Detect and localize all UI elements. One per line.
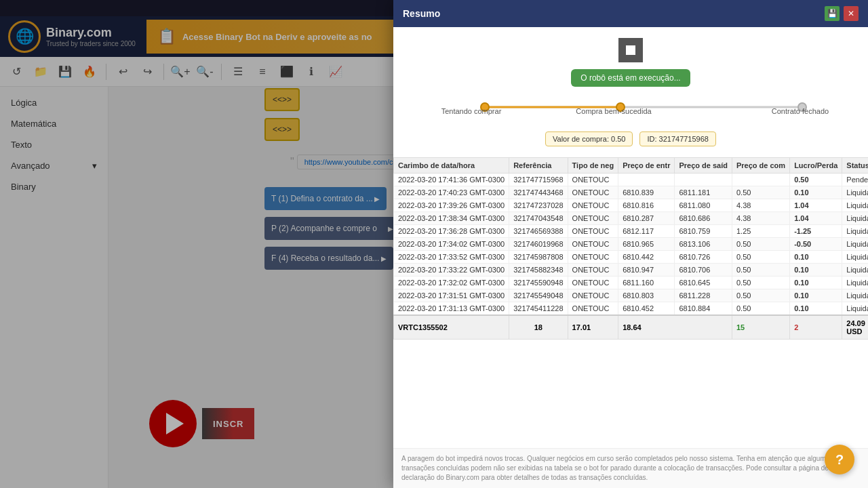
col-ref: Referência xyxy=(509,158,568,174)
info-value-box: Valor de compra: 0.50 xyxy=(545,131,633,146)
table-row: 2022-03-20 17:31:51 GMT-0300321745549048… xyxy=(394,289,869,302)
progress-bar-container: Tentando comprar Compra bem-sucedida Con… xyxy=(407,94,854,121)
summary-account: VRTC1355502 xyxy=(394,315,509,340)
col-exit: Preço de saíd xyxy=(675,158,732,174)
progress-section: O robô está em execução... Tentando comp… xyxy=(393,27,868,157)
table-section: Carimbo de data/hora Referência Tipo de … xyxy=(393,157,868,448)
stop-icon xyxy=(626,45,635,55)
table-row: 2022-03-20 17:31:13 GMT-0300321745411228… xyxy=(394,302,869,316)
table-header-row: Carimbo de data/hora Referência Tipo de … xyxy=(394,158,869,174)
summary-row: VRTC1355502 18 17.01 18.64 15 2 24.09 US… xyxy=(394,315,869,340)
table-row: 2022-03-20 17:36:28 GMT-0300321746569388… xyxy=(394,225,869,238)
modal-close-button[interactable]: ✕ xyxy=(844,6,859,21)
table-row: 2022-03-20 17:40:23 GMT-0300321747443468… xyxy=(394,186,869,199)
col-type: Tipo de neg xyxy=(568,158,618,174)
modal-footer: A paragem do bot impedirá novos trocas. … xyxy=(393,448,868,488)
table-row: 2022-03-20 17:41:36 GMT-0300321747715968… xyxy=(394,174,869,186)
table-row: 2022-03-20 17:33:52 GMT-0300321745987808… xyxy=(394,251,869,264)
summary-total-prize: 18.64 xyxy=(618,315,732,340)
modal-resumo: Resumo 💾 ✕ O robô está em execução... xyxy=(393,0,868,488)
modal-title: Resumo xyxy=(403,8,440,19)
stop-execution-button[interactable] xyxy=(618,38,643,62)
summary-gain: 15 xyxy=(732,315,789,340)
table-row: 2022-03-20 17:39:26 GMT-0300321747237028… xyxy=(394,199,869,212)
summary-balance: 24.09 USD xyxy=(842,315,868,340)
status-text: O robô está em execução... xyxy=(580,73,680,83)
step2-label: Compra bem-sucedida xyxy=(570,107,658,115)
footer-note: A paragem do bot impedirá novos trocas. … xyxy=(401,455,833,481)
col-datetime: Carimbo de data/hora xyxy=(394,158,509,174)
col-entry: Preço de entr xyxy=(618,158,675,174)
table-scroll[interactable]: Carimbo de data/hora Referência Tipo de … xyxy=(393,157,868,448)
table-row: 2022-03-20 17:38:34 GMT-0300321747043548… xyxy=(394,212,869,225)
status-bubble: O robô está em execução... xyxy=(571,69,690,87)
info-id-box: ID: 321747715968 xyxy=(639,131,716,146)
step1-label: Tentando comprar xyxy=(434,107,509,115)
modal-header: Resumo 💾 ✕ xyxy=(393,0,868,27)
summary-loss: 2 xyxy=(790,315,842,340)
help-icon: ? xyxy=(835,452,844,468)
summary-total-bet: 17.01 xyxy=(568,315,618,340)
info-boxes: Valor de compra: 0.50 ID: 321747715968 xyxy=(545,131,716,146)
help-button[interactable]: ? xyxy=(825,445,854,474)
col-status: Status xyxy=(842,158,868,174)
info-value-text: Valor de compra: 0.50 xyxy=(553,135,625,143)
modal-save-button[interactable]: 💾 xyxy=(825,6,840,21)
summary-executions: 18 xyxy=(509,315,568,340)
info-id-text: ID: 321747715968 xyxy=(647,135,709,143)
table-row: 2022-03-20 17:33:22 GMT-0300321745882348… xyxy=(394,264,869,277)
modal-body: O robô está em execução... Tentando comp… xyxy=(393,27,868,488)
table-row: 2022-03-20 17:34:02 GMT-0300321746019968… xyxy=(394,238,869,251)
table-row: 2022-03-20 17:32:02 GMT-0300321745590948… xyxy=(394,277,869,289)
modal-header-buttons: 💾 ✕ xyxy=(825,6,859,21)
trades-table: Carimbo de data/hora Referência Tipo de … xyxy=(393,157,868,340)
step3-label: Contrato fechado xyxy=(760,107,841,115)
col-purchase: Preço de com xyxy=(732,158,789,174)
col-profit: Lucro/Perda xyxy=(790,158,842,174)
